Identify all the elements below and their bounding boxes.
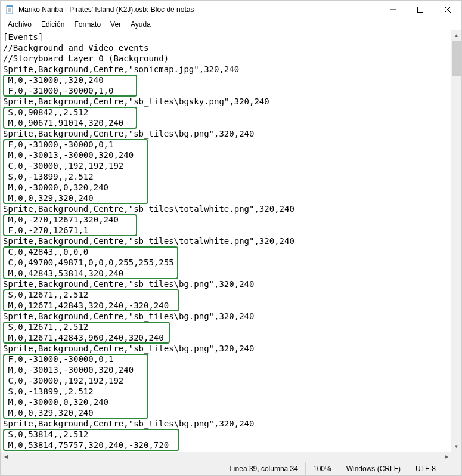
menubar: Archivo Edición Formato Ver Ayuda: [1, 18, 461, 30]
status-position: Línea 39, columna 34: [222, 462, 305, 475]
window-title: Mariko Nanba - Pirates' Island (K2J).osb…: [18, 5, 379, 14]
text-editor[interactable]: [Events] //Background and Video events /…: [1, 30, 461, 462]
scroll-down-arrow[interactable]: ▼: [451, 441, 461, 452]
close-button[interactable]: [434, 1, 461, 18]
maximize-button[interactable]: [407, 1, 434, 18]
menu-view[interactable]: Ver: [106, 19, 126, 30]
svg-rect-6: [418, 7, 423, 12]
status-encoding: UTF-8: [408, 462, 461, 475]
statusbar: Línea 39, columna 34 100% Windows (CRLF)…: [1, 462, 461, 475]
titlebar: Mariko Nanba - Pirates' Island (K2J).osb…: [1, 1, 461, 18]
editor-content[interactable]: [Events] //Background and Video events /…: [1, 30, 461, 452]
menu-help[interactable]: Ayuda: [126, 19, 156, 30]
menu-file[interactable]: Archivo: [3, 19, 36, 30]
minimize-button[interactable]: [379, 1, 407, 18]
menu-format[interactable]: Formato: [69, 19, 106, 30]
svg-rect-1: [7, 5, 13, 7]
window-buttons: [379, 1, 461, 18]
menu-edit[interactable]: Edición: [36, 19, 69, 30]
status-eol: Windows (CRLF): [339, 462, 408, 475]
scroll-left-arrow[interactable]: ◀: [1, 452, 11, 462]
status-zoom: 100%: [305, 462, 339, 475]
scroll-thumb[interactable]: [452, 41, 461, 76]
scroll-right-arrow[interactable]: ▶: [441, 452, 451, 462]
horizontal-scrollbar[interactable]: ◀ ▶: [1, 452, 461, 462]
vertical-scrollbar[interactable]: ▲ ▼: [451, 30, 461, 452]
scroll-up-arrow[interactable]: ▲: [451, 30, 461, 41]
app-icon: [5, 5, 15, 14]
